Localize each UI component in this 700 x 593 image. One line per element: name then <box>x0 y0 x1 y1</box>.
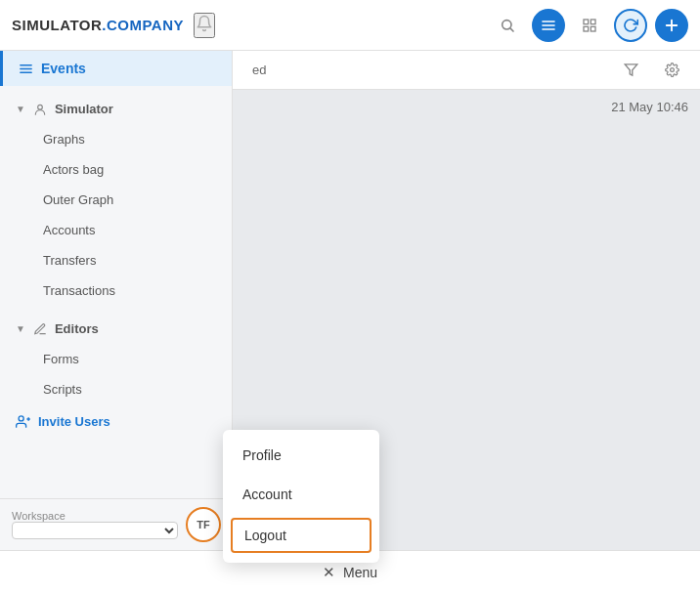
notifications-bell[interactable] <box>194 13 215 38</box>
sidebar-group-editors-header[interactable]: ▼ Editors <box>0 314 232 344</box>
workspace-label: Workspace <box>12 510 178 522</box>
svg-marker-18 <box>625 64 637 75</box>
sidebar-group-simulator-header[interactable]: ▼ Simulator <box>0 94 232 124</box>
app-logo: SIMULATOR . COMPANY <box>12 17 184 33</box>
header-actions <box>491 9 688 42</box>
avatar-button[interactable]: TF <box>186 507 221 542</box>
svg-point-14 <box>38 105 43 109</box>
dropdown-item-account[interactable]: Account <box>223 475 379 514</box>
events-label: Events <box>41 61 86 76</box>
editors-icon <box>33 322 47 336</box>
content-header-text: ed <box>244 63 266 77</box>
content-header: ed <box>233 51 700 90</box>
editors-group-label: Editors <box>55 321 99 336</box>
sidebar-item-actors-bag[interactable]: Actors bag <box>0 154 232 185</box>
grid-view-button[interactable] <box>573 9 606 42</box>
editors-chevron-icon: ▼ <box>16 323 25 334</box>
sidebar: Events ▼ Simulator Graphs Actors bag Out… <box>0 51 233 550</box>
logo-company: COMPANY <box>107 17 184 33</box>
sidebar-item-events[interactable]: Events <box>0 51 232 86</box>
simulator-chevron-icon: ▼ <box>16 104 25 114</box>
sidebar-group-simulator: ▼ Simulator Graphs Actors bag Outer Grap… <box>0 86 232 306</box>
sidebar-item-outer-graph[interactable]: Outer Graph <box>0 185 232 215</box>
menu-label: Menu <box>343 565 377 580</box>
svg-rect-8 <box>591 26 595 31</box>
simulator-icon <box>33 103 47 116</box>
sidebar-item-accounts[interactable]: Accounts <box>0 215 232 245</box>
svg-rect-7 <box>584 26 589 31</box>
svg-point-19 <box>670 68 674 72</box>
list-view-button[interactable] <box>532 9 565 42</box>
dropdown-item-profile[interactable]: Profile <box>223 436 379 475</box>
settings-button[interactable] <box>655 54 688 87</box>
filter-button[interactable] <box>614 54 647 87</box>
invite-users-label: Invite Users <box>38 414 110 429</box>
sidebar-item-forms[interactable]: Forms <box>0 344 232 374</box>
sidebar-footer: Workspace TF <box>0 498 233 550</box>
svg-point-15 <box>19 416 23 421</box>
menu-close-icon: ✕ <box>323 564 335 581</box>
sidebar-group-editors: ▼ Editors Forms Scripts <box>0 306 232 404</box>
add-button[interactable] <box>655 9 688 42</box>
workspace-select[interactable] <box>12 522 178 539</box>
content-date: 21 May 10:46 <box>611 100 688 114</box>
events-icon <box>19 62 33 76</box>
app-header: SIMULATOR . COMPANY <box>0 0 700 51</box>
sidebar-item-scripts[interactable]: Scripts <box>0 374 232 404</box>
sidebar-item-transactions[interactable]: Transactions <box>0 275 232 306</box>
svg-rect-5 <box>584 20 589 24</box>
avatar-initials: TF <box>197 519 209 530</box>
dropdown-menu: Profile Account Logout <box>223 430 379 563</box>
invite-users-icon <box>16 414 30 429</box>
logo-simulator: SIMULATOR <box>12 17 102 33</box>
sidebar-item-invite-users[interactable]: Invite Users <box>0 404 232 439</box>
simulator-group-label: Simulator <box>55 102 113 116</box>
svg-rect-6 <box>591 20 595 24</box>
svg-line-1 <box>510 28 513 31</box>
dropdown-item-logout[interactable]: Logout <box>231 518 372 553</box>
search-button[interactable] <box>491 9 524 42</box>
sidebar-item-graphs[interactable]: Graphs <box>0 124 232 154</box>
refresh-button[interactable] <box>614 9 647 42</box>
sidebar-item-transfers[interactable]: Transfers <box>0 245 232 275</box>
